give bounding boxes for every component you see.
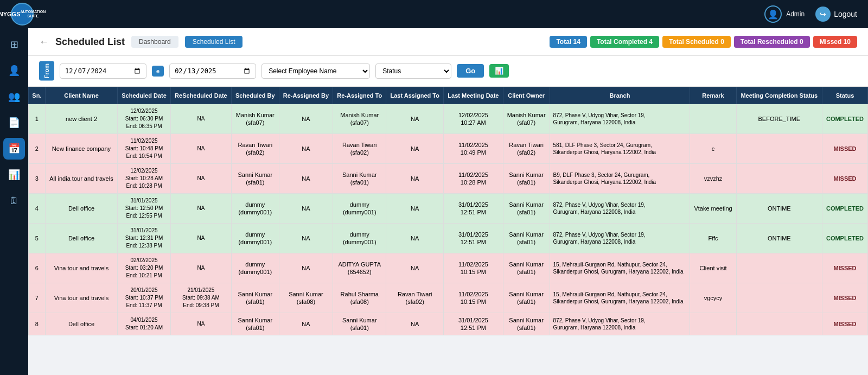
col-re-assigned-by: Re-Assigned By	[279, 87, 333, 104]
logout-label: Logout	[834, 10, 857, 18]
go-button[interactable]: Go	[457, 64, 484, 78]
cell-remark: c	[690, 134, 736, 163]
table-row: 6 Vina tour and travels 02/02/2025Start:…	[29, 253, 868, 283]
breadcrumb-dashboard[interactable]: Dashboard	[131, 36, 178, 48]
table-row: 8 Dell office 04/01/2025Start: 01:20 AM …	[29, 313, 868, 335]
page-header-left: ← Scheduled List Dashboard Scheduled Lis…	[39, 36, 242, 48]
logo-icon: NYGGS AUTOMATION SUITE	[11, 3, 34, 26]
cell-branch: 15, Mehrauli-Gurgaon Rd, Nathupur, Secto…	[550, 253, 690, 283]
stat-scheduled: Total Scheduled 0	[662, 36, 731, 48]
from-date-input[interactable]	[60, 63, 146, 79]
cell-client-owner: Sanni Kumar(sfa01)	[503, 193, 550, 223]
col-rescheduled-date: ReScheduled Date	[170, 87, 231, 104]
cell-re-assigned-by: NA	[279, 104, 333, 134]
cell-rescheduled-date: NA	[170, 193, 231, 223]
col-status: Status	[822, 87, 867, 104]
cell-re-assigned-by: NA	[279, 163, 333, 193]
stat-rescheduled: Total Rescheduled 0	[734, 36, 810, 48]
status-select[interactable]: Status COMPLETED MISSED	[375, 63, 451, 79]
cell-branch: 15, Mehrauli-Gurgaon Rd, Nathupur, Secto…	[550, 283, 690, 313]
sidebar-item-chart[interactable]: 📊	[3, 164, 25, 186]
sidebar-item-document[interactable]: 📄	[3, 112, 25, 134]
cell-branch: 872, Phase V, Udyog Vihar, Sector 19,Gur…	[550, 104, 690, 134]
sidebar-item-user[interactable]: 👤	[3, 60, 25, 81]
sidebar-item-schedule[interactable]: 🗓	[3, 190, 25, 212]
sidebar: ⊞ 👤 👥 📄 📅 📊 🗓	[0, 28, 28, 375]
cell-completion-status: ONTIME	[736, 193, 822, 223]
page-title: Scheduled List	[55, 36, 125, 48]
cell-status: MISSED	[822, 134, 867, 163]
col-last-meeting-date: Last Meeting Date	[444, 87, 503, 104]
cell-last-assigned-to: NA	[386, 223, 444, 253]
col-re-assigned-to: Re-Assigned To	[333, 87, 386, 104]
cell-completion-status	[736, 283, 822, 313]
cell-branch: 872, Phase V, Udyog Vihar, Sector 19,Gur…	[550, 223, 690, 253]
cell-last-assigned-to: NA	[386, 134, 444, 163]
sidebar-item-dashboard[interactable]: ⊞	[3, 34, 25, 55]
cell-scheduled-date: 20/01/2025Start: 10:37 PMEnd: 11:37 PM	[118, 283, 171, 313]
cell-scheduled-by: Sanni Kumar(sfa01)	[231, 163, 279, 193]
topbar: NYGGS AUTOMATION SUITE 👤 Admin ↪ Logout	[0, 0, 868, 28]
sidebar-item-people[interactable]: 👥	[3, 86, 25, 107]
cell-re-assigned-by: NA	[279, 253, 333, 283]
main-content: ← Scheduled List Dashboard Scheduled Lis…	[28, 28, 868, 375]
cell-remark: Vtake meeting	[690, 193, 736, 223]
cell-remark: Fffc	[690, 223, 736, 253]
back-button[interactable]: ←	[39, 36, 49, 48]
cell-scheduled-by: dummy(dummy001)	[231, 193, 279, 223]
table-row: 5 Dell office 31/01/2025Start: 12:31 PME…	[29, 223, 868, 253]
cell-branch: B9, DLF Phase 3, Sector 24, Gurugram,Sik…	[550, 163, 690, 193]
logout-icon: ↪	[815, 7, 831, 22]
stat-completed: Total Completed 4	[590, 36, 659, 48]
cell-client-owner: Sanni Kumar(sfa01)	[503, 283, 550, 313]
cell-status: COMPLETED	[822, 193, 867, 223]
table-row: 2 New finance company 11/02/2025Start: 1…	[29, 134, 868, 163]
cell-scheduled-by: dummy(dummy001)	[231, 253, 279, 283]
table-row: 3 All india tour and travels 12/02/2025S…	[29, 163, 868, 193]
excel-export-button[interactable]: 📊	[489, 64, 509, 78]
table-row: 4 Dell office 31/01/2025Start: 12:50 PME…	[29, 193, 868, 223]
cell-client-owner: Sanni Kumar(sfa01)	[503, 313, 550, 335]
cell-client: new client 2	[45, 104, 117, 134]
cell-re-assigned-to: Sanni Kumar(sfa01)	[333, 163, 386, 193]
cell-client: Dell office	[45, 193, 117, 223]
cell-rescheduled-date: 21/01/2025Start: 09:38 AMEnd: 09:38 PM	[170, 283, 231, 313]
cell-status: MISSED	[822, 283, 867, 313]
breadcrumb-scheduled-list[interactable]: Scheduled List	[185, 36, 243, 48]
cell-sn: 3	[29, 163, 46, 193]
sidebar-item-calendar[interactable]: 📅	[3, 138, 25, 160]
cell-client-owner: Sanni Kumar(sfa01)	[503, 253, 550, 283]
cell-re-assigned-to: Manish Kumar(sfa07)	[333, 104, 386, 134]
cell-remark	[690, 313, 736, 335]
cell-remark: Client visit	[690, 253, 736, 283]
admin-section: 👤 Admin	[764, 5, 805, 23]
cell-remark: vzvzhz	[690, 163, 736, 193]
cell-scheduled-date: 12/02/2025Start: 10:28 AMEnd: 10:28 PM	[118, 163, 171, 193]
cell-client-owner: Manish Kumar(sfa07)	[503, 104, 550, 134]
logout-button[interactable]: ↪ Logout	[815, 7, 857, 22]
cell-last-assigned-to: NA	[386, 193, 444, 223]
cell-last-assigned-to: NA	[386, 253, 444, 283]
cell-scheduled-date: 31/01/2025Start: 12:31 PMEnd: 12:38 PM	[118, 223, 171, 253]
employee-select[interactable]: Select Employee Name	[261, 63, 370, 79]
cell-scheduled-date: 12/02/2025Start: 06:30 PMEnd: 06:35 PM	[118, 104, 171, 134]
cell-client: New finance company	[45, 134, 117, 163]
cell-sn: 5	[29, 223, 46, 253]
cell-sn: 1	[29, 104, 46, 134]
cell-re-assigned-to: dummy(dummy001)	[333, 223, 386, 253]
cell-re-assigned-to: Sanni Kumar(sfa01)	[333, 313, 386, 335]
cell-re-assigned-by: NA	[279, 193, 333, 223]
cell-scheduled-by: Manish Kumar(sfa07)	[231, 104, 279, 134]
cell-completion-status	[736, 253, 822, 283]
cell-rescheduled-date: NA	[170, 134, 231, 163]
to-date-input[interactable]	[169, 63, 256, 79]
cell-scheduled-date: 11/02/2025Start: 10:48 PMEnd: 10:54 PM	[118, 134, 171, 163]
cell-client: Dell office	[45, 313, 117, 335]
cell-sn: 6	[29, 253, 46, 283]
cell-last-meeting-date: 11/02/202510:28 PM	[444, 163, 503, 193]
topbar-right: 👤 Admin ↪ Logout	[764, 5, 857, 23]
cell-scheduled-by: Sanni Kumar(sfa01)	[231, 283, 279, 313]
cell-client: Vina tour and travels	[45, 253, 117, 283]
cell-rescheduled-date: NA	[170, 163, 231, 193]
cell-completion-status: ONTIME	[736, 223, 822, 253]
